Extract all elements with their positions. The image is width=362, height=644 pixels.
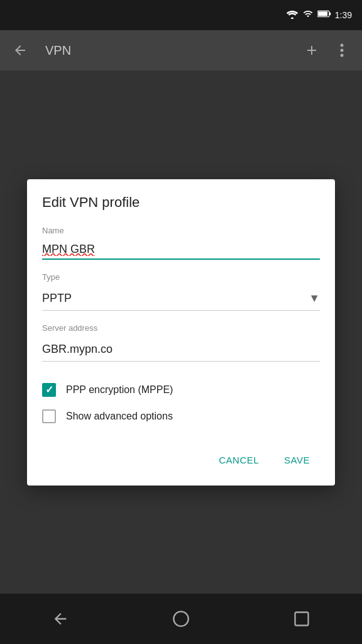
status-bar: 1:39 (0, 0, 362, 30)
server-label: Server address (42, 323, 320, 333)
more-button[interactable] (327, 35, 357, 65)
status-time: 1:39 (335, 10, 352, 20)
type-field-container: Type PPTP ▼ (42, 272, 320, 311)
edit-vpn-dialog: Edit VPN profile Name Type PPTP ▼ Server… (27, 179, 335, 486)
checkmark-icon: ✓ (45, 384, 53, 396)
add-button[interactable] (297, 35, 327, 65)
svg-point-0 (291, 17, 293, 19)
wifi-icon (286, 9, 299, 21)
name-field-container (42, 240, 320, 260)
ppp-encryption-checkbox[interactable]: ✓ (42, 383, 56, 397)
ppp-encryption-label: PPP encryption (MPPE) (66, 384, 173, 396)
chevron-down-icon: ▼ (309, 292, 320, 305)
name-input[interactable] (42, 240, 320, 260)
svg-rect-3 (318, 11, 327, 16)
status-icons: 1:39 (286, 9, 352, 21)
dialog-overlay: Edit VPN profile Name Type PPTP ▼ Server… (0, 70, 362, 594)
svg-point-4 (341, 44, 344, 47)
nav-home-button[interactable] (162, 600, 200, 638)
type-value: PPTP (42, 292, 72, 305)
svg-point-7 (173, 611, 188, 626)
show-advanced-checkbox[interactable] (42, 409, 56, 423)
svg-rect-2 (329, 13, 331, 16)
battery-icon (317, 9, 331, 21)
save-button[interactable]: SAVE (274, 450, 320, 470)
name-label: Name (42, 226, 320, 235)
dialog-actions: CANCEL SAVE (42, 445, 320, 470)
cancel-button[interactable]: CANCEL (209, 450, 269, 470)
server-input[interactable] (42, 338, 320, 362)
svg-point-5 (341, 49, 344, 52)
show-advanced-label: Show advanced options (66, 411, 173, 422)
server-field-container: Server address (42, 323, 320, 362)
type-label: Type (42, 272, 320, 282)
svg-point-6 (341, 54, 344, 57)
svg-rect-8 (295, 613, 309, 626)
nav-recents-button[interactable] (283, 600, 321, 638)
signal-icon (302, 9, 314, 21)
back-button[interactable] (5, 35, 35, 65)
dialog-title: Edit VPN profile (42, 194, 320, 211)
type-dropdown[interactable]: PPTP ▼ (42, 287, 320, 311)
ppp-encryption-item: ✓ PPP encryption (MPPE) (42, 377, 320, 403)
checkbox-group: ✓ PPP encryption (MPPE) Show advanced op… (42, 377, 320, 430)
toolbar-actions (297, 35, 357, 65)
toolbar-title: VPN (40, 43, 292, 58)
show-advanced-item: Show advanced options (42, 403, 320, 430)
nav-bar (0, 594, 362, 644)
nav-back-button[interactable] (41, 600, 79, 638)
toolbar: VPN (0, 30, 362, 70)
